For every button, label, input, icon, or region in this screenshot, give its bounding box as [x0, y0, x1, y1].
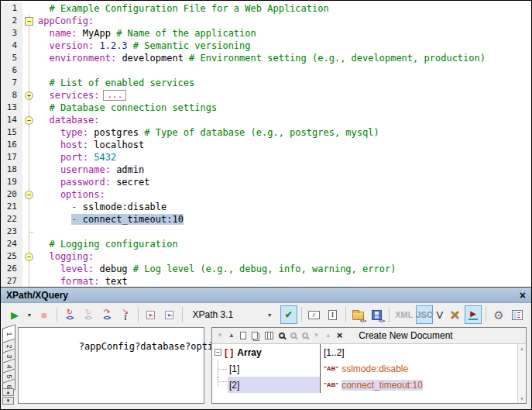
editor-line[interactable]: 15 type: postgres # Type of database (e.…	[1, 126, 531, 139]
line-number: 19	[1, 176, 22, 188]
prev-match-icon[interactable]: ▲	[228, 332, 235, 339]
code-text[interactable]: port: 5432	[38, 151, 531, 164]
editor-line[interactable]: 17 port: 5432	[1, 151, 531, 164]
columns-icon[interactable]	[265, 332, 273, 339]
fold-gutter	[22, 52, 38, 64]
line-number: 7	[1, 77, 22, 89]
editor-line[interactable]: 19 password: secret	[1, 176, 531, 188]
code-text[interactable]: database:	[38, 114, 531, 126]
tracepoints-button[interactable]: ▾--	[161, 305, 178, 324]
evaluate-selection-button[interactable]: ↷<>	[98, 305, 115, 324]
editor-line[interactable]: 7 # List of enabled services	[1, 77, 531, 89]
code-text[interactable]: appConfig:	[38, 15, 531, 27]
code-text[interactable]: host: localhost	[38, 139, 531, 151]
evaluate-on-typing-toggle[interactable]: ✔	[280, 305, 297, 324]
code-text[interactable]: type: postgres # Type of database (e.g.,…	[38, 126, 531, 139]
fold-collapse-icon[interactable]: −	[25, 191, 33, 199]
editor-line[interactable]: 26 level: debug # Log level (e.g., debug…	[1, 263, 531, 275]
editor-line[interactable]: 13 # Database connection settings	[1, 102, 531, 114]
code-text[interactable]: - connect_timeout:10	[38, 213, 531, 226]
editor-line[interactable]: 8+ services:...	[1, 89, 531, 102]
breakpoints-button[interactable]: ▾--	[142, 305, 160, 324]
editor-line[interactable]: 21 - sslmode:disable	[1, 201, 531, 213]
editor-line[interactable]: 25− logging:	[1, 250, 531, 263]
editor-line[interactable]: 22 - connect_timeout:10	[1, 213, 531, 226]
yaml-editor[interactable]: 1 # Example Configuration File for a Web…	[1, 1, 531, 287]
code-text[interactable]: # Database connection settings	[38, 102, 531, 114]
code-text[interactable]: format: text	[38, 275, 531, 287]
editor-line[interactable]: 20− options:	[1, 188, 531, 201]
run-button[interactable]: ▶	[6, 305, 23, 324]
expression-inline-button[interactable]: I	[324, 305, 342, 324]
code-text[interactable]: environment: development # Environment s…	[38, 52, 531, 64]
fold-collapse-icon[interactable]: −	[25, 253, 33, 261]
open-expression-button[interactable]: </>	[349, 305, 366, 324]
code-text[interactable]	[38, 226, 531, 238]
evaluate-xpath-button[interactable]: ↻<>	[61, 305, 78, 324]
editor-line[interactable]: 2−appConfig:	[1, 15, 531, 27]
xpath-expression-input[interactable]: ?appConfig?database?options	[18, 327, 204, 404]
editor-line[interactable]: 1 # Example Configuration File for a Web…	[1, 2, 531, 15]
fold-collapse-icon[interactable]: −	[25, 17, 33, 26]
move-up-icon[interactable]: ▲	[325, 332, 331, 339]
save-expression-button[interactable]: </>	[368, 305, 385, 324]
editor-line[interactable]: 23	[1, 226, 531, 238]
code-text[interactable]: name: MyApp # Name of the application	[38, 27, 531, 40]
fold-expand-icon[interactable]: +	[25, 91, 33, 100]
collapsed-fold-box[interactable]: ...	[103, 90, 126, 101]
layout-button[interactable]	[509, 305, 526, 324]
expression-dialog-button[interactable]: //	[306, 305, 323, 324]
xpath-version-select[interactable]: XPath 3.1 ▼	[188, 306, 277, 323]
code-text[interactable]: version: 1.2.3 # Semantic versioning	[38, 40, 531, 52]
evaluate-debug-button[interactable]: ↻<>	[80, 305, 97, 324]
result-row[interactable]: [1]"AB"sslmode:disable	[212, 360, 517, 377]
code-text[interactable]: - sslmode:disable	[38, 201, 531, 213]
search-icon[interactable]	[279, 332, 285, 339]
code-text[interactable]: username: admin	[38, 164, 531, 176]
editor-line[interactable]: 3 name: MyApp # Name of the application	[1, 27, 531, 40]
editor-line[interactable]: 5 environment: development # Environment…	[1, 52, 531, 64]
code-text[interactable]: services:...	[38, 89, 531, 102]
copy-icon[interactable]	[252, 332, 258, 339]
result-row[interactable]: [2]"AB"connect_timeout:10	[212, 377, 517, 393]
code-text[interactable]: # List of enabled services	[38, 77, 531, 89]
run-options-dropdown[interactable]: ▼	[25, 305, 34, 324]
search-up-icon[interactable]	[290, 332, 297, 339]
execute-to-output-button[interactable]: ▶	[465, 305, 482, 324]
code-text[interactable]: # Example Configuration File for a Web A…	[38, 2, 531, 15]
tab-scroll-up-button[interactable]: ▲	[2, 388, 14, 396]
editor-line[interactable]: 16 host: localhost	[1, 139, 531, 151]
collapse-box-icon[interactable]: −	[215, 349, 221, 356]
settings-button[interactable]: ⚙	[490, 305, 507, 324]
scroll-down-icon[interactable]: ▼	[518, 396, 526, 401]
options-tools-button[interactable]	[446, 305, 463, 324]
json-mode-toggle[interactable]: JSO	[416, 305, 433, 324]
code-text[interactable]: level: debug # Log level (e.g., debug, i…	[38, 263, 531, 275]
new-document-icon[interactable]	[240, 332, 246, 339]
panel-title-bar[interactable]: XPath/XQuery ×	[1, 288, 531, 303]
editor-line[interactable]: 24 # Logging configuration	[1, 238, 531, 250]
editor-line[interactable]: 6	[1, 64, 531, 77]
results-scrollbar[interactable]: ▲ ▼	[517, 344, 526, 403]
editor-line[interactable]: 27 format: text	[1, 275, 531, 287]
code-text[interactable]: logging:	[38, 250, 531, 263]
move-down-icon[interactable]: ▼	[314, 332, 320, 339]
editor-line[interactable]: 4 version: 1.2.3 # Semantic versioning	[1, 40, 531, 52]
stop-button[interactable]: ■	[36, 305, 53, 324]
next-match-icon[interactable]: ▼	[217, 332, 223, 339]
code-text[interactable]: # Logging configuration	[38, 238, 531, 250]
search-down-icon[interactable]	[302, 332, 308, 339]
editor-line[interactable]: 18 username: admin	[1, 164, 531, 176]
tab-scroll-down-button[interactable]: ▼	[2, 397, 14, 405]
code-text[interactable]: password: secret	[38, 176, 531, 188]
goto-cursor-button[interactable]: ↘I	[117, 305, 134, 324]
result-root-row[interactable]: − [ ] Array [1..2]	[212, 344, 517, 360]
close-icon[interactable]: ×	[520, 290, 526, 301]
code-text[interactable]: options:	[38, 188, 531, 201]
results-tree: − [ ] Array [1..2] [1]"AB"sslmode:disabl…	[212, 344, 517, 403]
code-text[interactable]	[38, 64, 531, 77]
clear-results-icon[interactable]: ×	[337, 331, 343, 340]
scroll-up-icon[interactable]: ▲	[518, 346, 526, 351]
fold-collapse-icon[interactable]: −	[25, 116, 33, 125]
editor-line[interactable]: 14− database:	[1, 114, 531, 126]
